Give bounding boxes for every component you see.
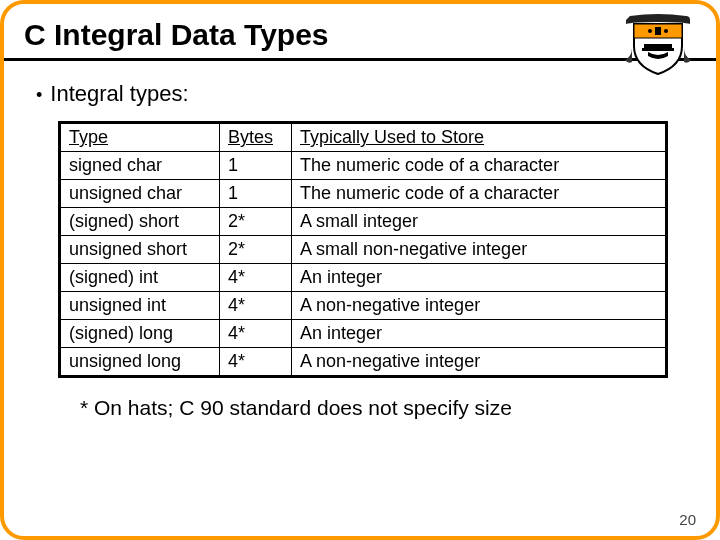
cell-type: (signed) long [60,320,220,348]
table-row: unsigned short 2* A small non-negative i… [60,236,667,264]
bullet-dot-icon: • [36,86,42,104]
cell-bytes: 4* [220,292,292,320]
table-row: unsigned char 1 The numeric code of a ch… [60,180,667,208]
shield-icon [622,12,694,78]
cell-type: (signed) short [60,208,220,236]
table-row: (signed) long 4* An integer [60,320,667,348]
cell-type: signed char [60,152,220,180]
page-number: 20 [679,511,696,528]
cell-use: A non-negative integer [292,348,667,377]
col-header-bytes: Bytes [220,123,292,152]
cell-type: (signed) int [60,264,220,292]
table-row: unsigned long 4* A non-negative integer [60,348,667,377]
slide-body: • Integral types: Type Bytes Typically U… [4,61,716,420]
slide-frame: C Integral Data Types • Integral types: … [0,0,720,540]
bullet-text: Integral types: [50,81,188,107]
svg-rect-0 [644,44,672,48]
cell-bytes: 4* [220,320,292,348]
table-header-row: Type Bytes Typically Used to Store [60,123,667,152]
cell-use: The numeric code of a character [292,152,667,180]
types-table: Type Bytes Typically Used to Store signe… [58,121,668,378]
bullet-item: • Integral types: [36,81,688,107]
slide-header: C Integral Data Types [4,4,716,61]
cell-bytes: 1 [220,152,292,180]
footnote-text: * On hats; C 90 standard does not specif… [80,396,688,420]
cell-type: unsigned char [60,180,220,208]
cell-bytes: 4* [220,348,292,377]
cell-type: unsigned short [60,236,220,264]
svg-point-2 [648,29,652,33]
cell-use: An integer [292,264,667,292]
cell-use: A non-negative integer [292,292,667,320]
svg-rect-3 [655,27,661,35]
col-header-type: Type [60,123,220,152]
cell-bytes: 1 [220,180,292,208]
cell-bytes: 4* [220,264,292,292]
cell-use: The numeric code of a character [292,180,667,208]
cell-type: unsigned int [60,292,220,320]
table-row: (signed) short 2* A small integer [60,208,667,236]
cell-use: An integer [292,320,667,348]
cell-bytes: 2* [220,236,292,264]
cell-use: A small integer [292,208,667,236]
table-row: unsigned int 4* A non-negative integer [60,292,667,320]
table-row: (signed) int 4* An integer [60,264,667,292]
col-header-use: Typically Used to Store [292,123,667,152]
svg-rect-1 [642,48,674,51]
cell-bytes: 2* [220,208,292,236]
cell-type: unsigned long [60,348,220,377]
table-row: signed char 1 The numeric code of a char… [60,152,667,180]
cell-use: A small non-negative integer [292,236,667,264]
svg-point-4 [664,29,668,33]
slide-title: C Integral Data Types [24,18,696,52]
